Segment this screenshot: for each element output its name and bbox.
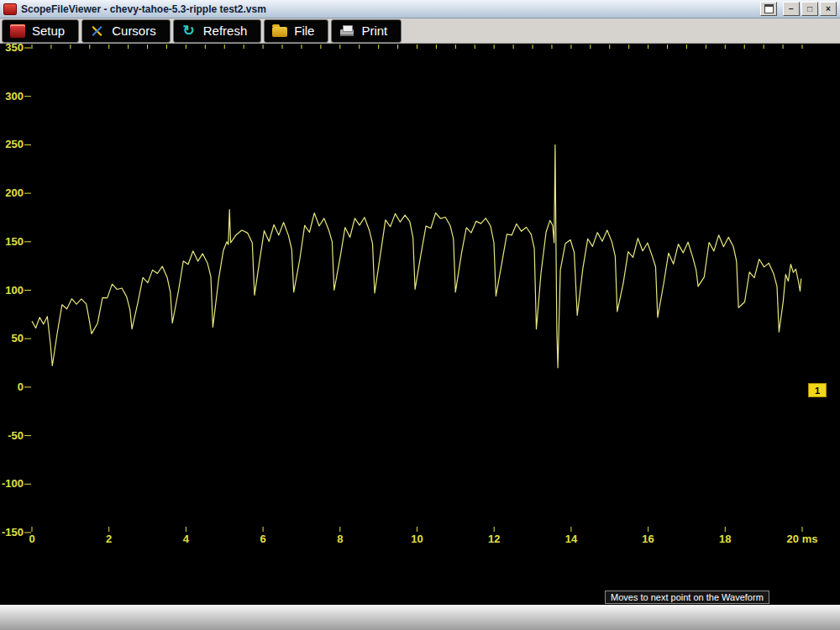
svg-text:350: 350 [5, 44, 24, 54]
svg-text:0: 0 [29, 533, 34, 545]
svg-text:100: 100 [5, 284, 24, 297]
channel-1-marker[interactable]: 1 [808, 383, 827, 397]
refresh-button[interactable]: ↻ Refresh [173, 19, 262, 43]
setup-icon [10, 24, 25, 38]
app-icon [3, 3, 17, 15]
svg-text:20 ms: 20 ms [787, 533, 818, 545]
refresh-icon: ↻ [181, 24, 197, 38]
svg-text:4: 4 [183, 533, 190, 545]
svg-text:6: 6 [260, 533, 265, 545]
print-button[interactable]: Print [331, 19, 402, 43]
file-icon [272, 27, 287, 37]
cursors-button[interactable]: Cursors [81, 19, 171, 43]
title-bar: ScopeFileViewer - chevy-tahoe-5.3-ripple… [0, 0, 840, 18]
svg-text:10: 10 [411, 533, 423, 545]
svg-text:18: 18 [719, 533, 731, 545]
svg-text:150: 150 [5, 235, 24, 248]
taskbar: ⌂ No Active Vehicle ∩ [0, 605, 840, 630]
file-button[interactable]: File [264, 19, 328, 43]
tooltip: Moves to next point on the Waveform [605, 591, 769, 604]
svg-text:50: 50 [12, 332, 24, 344]
svg-text:250: 250 [5, 138, 24, 150]
svg-text:-100: -100 [2, 477, 24, 490]
svg-text:8: 8 [337, 533, 343, 545]
window-mode-button[interactable] [760, 2, 777, 16]
close-button[interactable]: × [820, 2, 837, 16]
print-icon [339, 25, 354, 39]
svg-text:-150: -150 [2, 526, 24, 538]
maximize-button[interactable]: □ [801, 2, 818, 16]
svg-text:300: 300 [5, 90, 24, 102]
cursors-label: Cursors [112, 24, 156, 38]
refresh-label: Refresh [203, 24, 248, 38]
scope-file-viewer-window: ScopeFileViewer - chevy-tahoe-5.3-ripple… [0, 0, 840, 630]
svg-text:0: 0 [18, 381, 24, 393]
svg-text:-50: -50 [8, 429, 24, 442]
setup-label: Setup [32, 24, 65, 38]
window-title: ScopeFileViewer - chevy-tahoe-5.3-ripple… [21, 3, 266, 15]
print-label: Print [361, 24, 387, 38]
window-controls: − □ × [760, 2, 837, 16]
minimize-button[interactable]: − [783, 2, 800, 16]
window-mode-icon [764, 4, 774, 13]
waveform-display[interactable]: 350300250200150100500-50-100-15002468101… [0, 44, 840, 546]
svg-text:16: 16 [642, 533, 654, 545]
svg-text:200: 200 [5, 186, 24, 199]
svg-text:2: 2 [106, 533, 112, 545]
file-label: File [294, 24, 314, 38]
setup-button[interactable]: Setup [2, 19, 79, 43]
cursors-icon [90, 24, 105, 38]
svg-text:12: 12 [488, 533, 500, 545]
svg-text:14: 14 [565, 533, 578, 545]
main-toolbar: Setup Cursors ↻ Refresh File Print [0, 18, 840, 44]
